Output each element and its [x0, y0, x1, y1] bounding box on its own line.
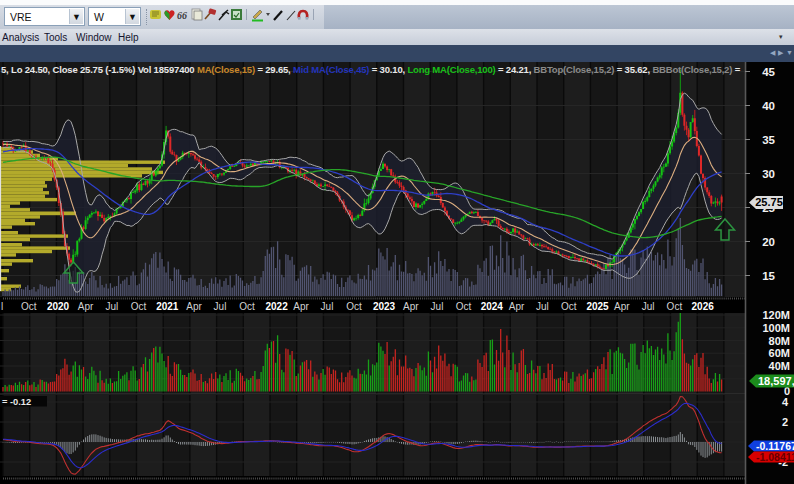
svg-text:2025: 2025 — [586, 301, 609, 312]
svg-text:Oct: Oct — [456, 301, 472, 312]
svg-text:l: l — [1, 301, 3, 312]
svg-text:Apr: Apr — [403, 301, 419, 312]
svg-text:40: 40 — [762, 100, 775, 112]
svg-text:80M: 80M — [769, 335, 790, 347]
svg-text:15: 15 — [762, 270, 775, 282]
svg-text:20: 20 — [762, 236, 775, 248]
svg-text:Apr: Apr — [614, 301, 630, 312]
svg-text:66: 66 — [177, 10, 187, 21]
svg-text:2023: 2023 — [373, 301, 396, 312]
svg-text:Apr: Apr — [78, 301, 94, 312]
svg-text:2020: 2020 — [47, 301, 70, 312]
svg-text:4: 4 — [782, 396, 789, 408]
svg-text:5, Lo 24.50, Close 25.75 (-1.5: 5, Lo 24.50, Close 25.75 (-1.5%) Vol 185… — [1, 64, 741, 75]
svg-text:35: 35 — [762, 134, 775, 146]
svg-text:Oct: Oct — [239, 301, 255, 312]
svg-text:-1.08411: -1.08411 — [756, 451, 794, 463]
svg-text:Jul: Jul — [321, 301, 334, 312]
svg-text:2026: 2026 — [692, 301, 715, 312]
svg-text:40M: 40M — [769, 360, 790, 372]
svg-text:Jul: Jul — [214, 301, 227, 312]
svg-text:Oct: Oct — [21, 301, 37, 312]
svg-text:60M: 60M — [769, 347, 790, 359]
svg-text:= -0.12: = -0.12 — [2, 397, 31, 407]
svg-text:100M: 100M — [762, 322, 790, 334]
svg-text:2021: 2021 — [156, 301, 179, 312]
svg-text:Oct: Oct — [667, 301, 683, 312]
svg-text:Oct: Oct — [561, 301, 577, 312]
svg-text:Jul: Jul — [431, 301, 444, 312]
svg-text:2022: 2022 — [265, 301, 288, 312]
svg-text:2024: 2024 — [481, 301, 504, 312]
svg-text:Oct: Oct — [346, 301, 362, 312]
svg-text:25.75: 25.75 — [755, 196, 783, 208]
svg-text:Jul: Jul — [105, 301, 118, 312]
svg-text:2: 2 — [782, 416, 788, 428]
svg-text:Jul: Jul — [536, 301, 549, 312]
svg-text:Jul: Jul — [642, 301, 655, 312]
svg-text:18,597,40: 18,597,40 — [758, 375, 794, 387]
svg-text:Apr: Apr — [509, 301, 525, 312]
svg-text:45: 45 — [762, 66, 775, 78]
svg-text:Oct: Oct — [131, 301, 147, 312]
svg-text:Apr: Apr — [293, 301, 309, 312]
svg-text:Apr: Apr — [186, 301, 202, 312]
svg-text:30: 30 — [762, 168, 775, 180]
svg-text:120M: 120M — [762, 309, 790, 321]
